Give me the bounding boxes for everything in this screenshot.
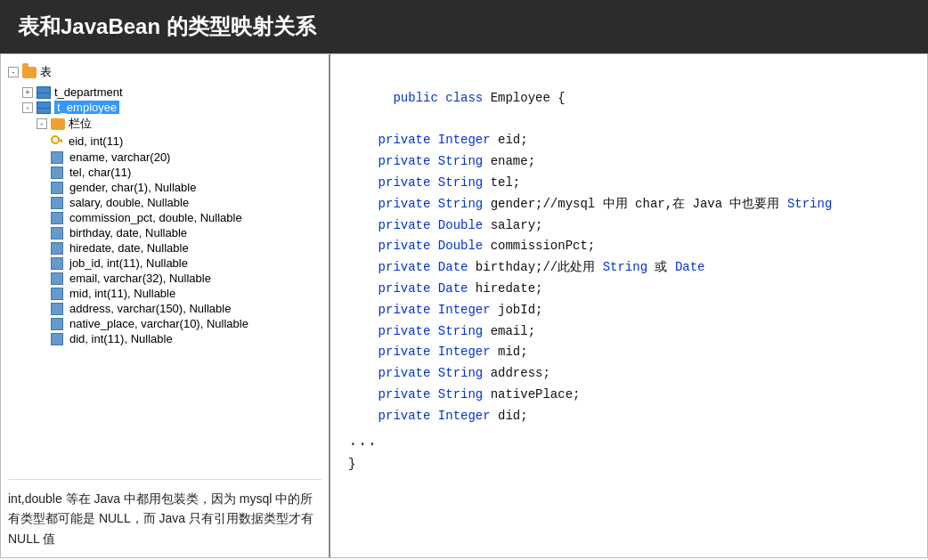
tree-column-item[interactable]: gender, char(1), Nullable	[51, 180, 322, 195]
tree-item-t-department[interactable]: + t_department	[22, 85, 322, 100]
folder-icon	[22, 67, 37, 78]
left-panel: - 表 + t_department - t_employee -	[1, 54, 330, 557]
tree-columns-list: ename, varchar(20)tel, char(11)gender, c…	[8, 150, 322, 346]
code-field-line: private String address;	[348, 363, 909, 385]
column-eid-label: eid, int(11)	[69, 134, 123, 148]
tree-column-item[interactable]: native_place, varchar(10), Nullable	[51, 316, 322, 331]
column-label: mid, int(11), Nullable	[69, 287, 175, 300]
column-icon	[51, 212, 63, 224]
code-field-line: private String ename;	[348, 151, 909, 173]
code-field-line: private Integer jobId;	[348, 300, 909, 321]
column-label: ename, varchar(20)	[69, 150, 170, 164]
column-icon	[51, 257, 63, 270]
t-employee-label: t_employee	[54, 101, 119, 114]
bottom-note: int,double 等在 Java 中都用包装类，因为 mysql 中的所有类…	[8, 479, 322, 548]
table-icon-employee	[37, 101, 51, 114]
columns-label: 栏位	[69, 116, 92, 132]
tree-column-item[interactable]: birthday, date, Nullable	[51, 225, 322, 240]
code-field-line: private Integer did;	[348, 406, 909, 427]
code-field-line: private Integer mid;	[348, 342, 909, 363]
column-icon	[51, 151, 63, 164]
column-icon	[51, 197, 63, 209]
tree-item-columns[interactable]: - 栏位	[37, 115, 322, 133]
column-label: tel, char(11)	[69, 166, 131, 179]
column-icon	[51, 288, 63, 300]
code-field-line: private String tel;	[348, 173, 909, 194]
code-field-line: private Date birthday;//此处用 String 或 Dat…	[348, 257, 909, 279]
code-field-line: private Double salary;	[348, 215, 909, 237]
code-field-line: private String email;	[348, 321, 909, 343]
ellipsis-line: ...	[348, 427, 909, 455]
tree-section: - 表 + t_department - t_employee -	[8, 63, 322, 472]
expand-root[interactable]: -	[8, 67, 19, 77]
column-icon	[51, 227, 63, 239]
column-icon	[51, 242, 63, 255]
table-icon	[37, 86, 51, 99]
column-icon	[51, 303, 63, 315]
columns-folder-icon	[51, 118, 65, 130]
column-label: salary, double, Nullable	[69, 196, 189, 209]
expand-t-department[interactable]: +	[22, 87, 33, 98]
class-header: public class Employee {	[348, 67, 909, 130]
tree-item-t-employee[interactable]: - t_employee	[22, 100, 322, 115]
column-icon	[51, 182, 63, 194]
tree-root: - 表	[8, 63, 322, 81]
column-label: job_id, int(11), Nullable	[69, 256, 188, 270]
column-icon	[51, 333, 63, 345]
tree-column-item[interactable]: ename, varchar(20)	[51, 150, 322, 165]
class-footer: }	[348, 454, 909, 475]
tree-column-item[interactable]: commission_pct, double, Nullable	[51, 210, 322, 225]
tree-column-item[interactable]: did, int(11), Nullable	[51, 331, 322, 346]
tree-column-item[interactable]: address, varchar(150), Nullable	[51, 301, 322, 316]
t-department-label: t_department	[54, 85, 123, 99]
svg-rect-2	[61, 141, 62, 142]
code-field-line: private Double commissionPct;	[348, 236, 909, 257]
column-icon	[51, 318, 63, 330]
column-label: native_place, varchar(10), Nullable	[69, 317, 248, 330]
expand-t-employee[interactable]: -	[22, 102, 33, 113]
code-field-line: private Date hiredate;	[348, 279, 909, 300]
page-title: 表和JavaBean 的类型映射关系	[0, 0, 928, 53]
column-label: address, varchar(150), Nullable	[69, 302, 231, 315]
key-icon	[51, 134, 63, 149]
code-field-line: private String gender;//mysql 中用 char,在 …	[348, 194, 909, 215]
column-label: hiredate, date, Nullable	[69, 241, 189, 255]
code-field-line: private Integer eid;	[348, 130, 909, 151]
code-field-line: private String nativePlace;	[348, 385, 909, 406]
right-panel: public class Employee { private Integer …	[330, 54, 927, 557]
column-label: did, int(11), Nullable	[69, 332, 173, 345]
tree-column-item[interactable]: job_id, int(11), Nullable	[51, 256, 322, 271]
column-icon	[51, 166, 63, 179]
tree-column-item[interactable]: salary, double, Nullable	[51, 195, 322, 210]
tree-root-label: 表	[40, 64, 52, 80]
main-content: - 表 + t_department - t_employee -	[0, 53, 928, 558]
column-label: email, varchar(32), Nullable	[69, 272, 211, 285]
tree-column-item[interactable]: tel, char(11)	[51, 165, 322, 180]
column-icon	[51, 272, 63, 285]
code-fields: private Integer eid; private String enam…	[348, 130, 909, 426]
tree-column-item[interactable]: hiredate, date, Nullable	[51, 240, 322, 256]
column-label: commission_pct, double, Nullable	[69, 211, 242, 224]
expand-columns[interactable]: -	[37, 118, 47, 129]
svg-point-0	[52, 136, 59, 143]
column-label: gender, char(1), Nullable	[69, 181, 196, 194]
tree-column-eid[interactable]: eid, int(11)	[51, 133, 322, 150]
column-label: birthday, date, Nullable	[69, 226, 187, 239]
tree-column-item[interactable]: email, varchar(32), Nullable	[51, 271, 322, 286]
tree-column-item[interactable]: mid, int(11), Nullable	[51, 286, 322, 301]
